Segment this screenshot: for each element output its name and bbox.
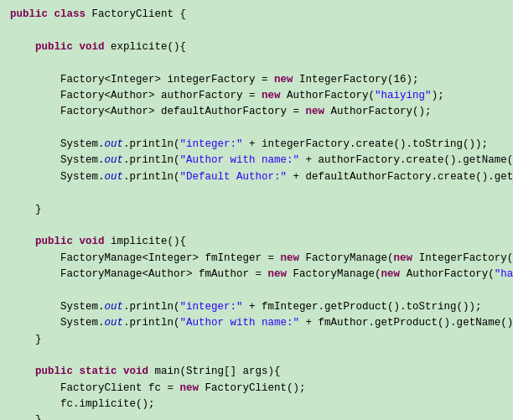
code-line-22: [10, 348, 503, 364]
code-container: public class FactoryClient { public void…: [0, 0, 513, 420]
code-line-20: System.out.println("Author with name:" +…: [10, 315, 503, 331]
code-line-21: }: [10, 332, 503, 348]
code-line-16: FactoryManage<Integer> fmInteger = new F…: [10, 251, 503, 267]
code-line-14: [10, 218, 503, 234]
code-line-24: FactoryClient fc = new FactoryClient();: [10, 381, 503, 397]
code-line-12: [10, 185, 503, 201]
code-line-2: [10, 23, 503, 39]
code-line-8: [10, 121, 503, 137]
code-line-4: [10, 55, 503, 71]
code-line-10: System.out.println("Author with name:" +…: [10, 153, 503, 169]
code-line-15: public void implicite(){: [10, 234, 503, 250]
code-line-7: Factory<Author> defaultAuthorFactory = n…: [10, 104, 503, 120]
code-line-17: FactoryManage<Author> fmAuthor = new Fac…: [10, 267, 503, 283]
code-line-19: System.out.println("integer:" + fmIntege…: [10, 299, 503, 315]
code-line-1: public class FactoryClient {: [10, 7, 503, 23]
code-line-13: }: [10, 202, 503, 218]
code-line-18: [10, 283, 503, 298]
code-line-3: public void explicite(){: [10, 39, 503, 55]
code-line-25: fc.implicite();: [10, 397, 503, 412]
code-line-9: System.out.println("integer:" + integerF…: [10, 137, 503, 153]
code-line-26: }: [10, 412, 503, 420]
code-line-6: Factory<Author> authorFactory = new Auth…: [10, 88, 503, 104]
code-line-23: public static void main(String[] args){: [10, 364, 503, 380]
code-line-11: System.out.println("Default Author:" + d…: [10, 169, 503, 185]
code-line-5: Factory<Integer> integerFactory = new In…: [10, 72, 503, 88]
